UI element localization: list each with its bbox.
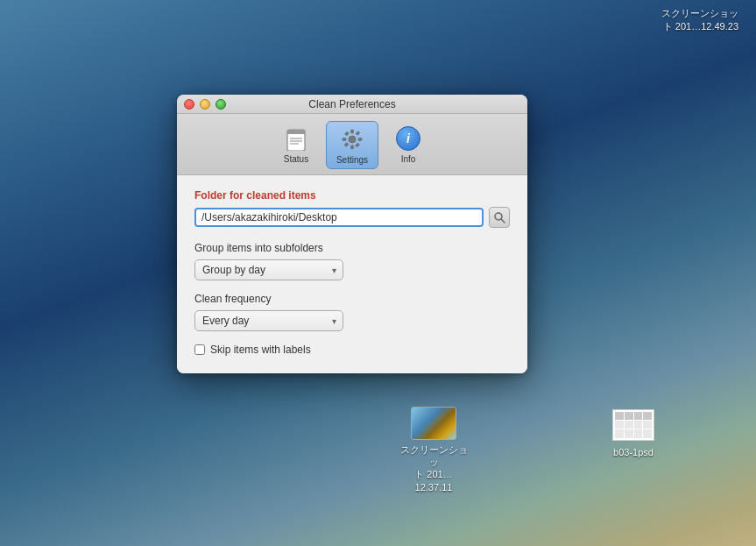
toolbar-item-status[interactable]: Status — [270, 121, 322, 169]
minimize-button[interactable] — [200, 99, 210, 110]
content-area: Folder for cleaned items Group items int… — [177, 175, 527, 373]
svg-rect-10 — [345, 131, 350, 136]
title-bar: Clean Preferences — [177, 95, 527, 114]
svg-rect-8 — [343, 138, 346, 141]
svg-point-5 — [349, 136, 356, 143]
svg-rect-11 — [356, 143, 360, 147]
folder-browse-button[interactable] — [489, 207, 510, 228]
info-icon: i — [394, 124, 422, 152]
status-icon — [282, 124, 310, 152]
toolbar-status-label: Status — [284, 154, 308, 164]
desktop-icon-screenshot[interactable]: スクリーンショッ ト 201…12.37.11 — [399, 407, 469, 493]
skip-labels-checkbox[interactable] — [194, 344, 205, 355]
frequency-select[interactable]: Every day Every week Every month Never — [194, 310, 343, 331]
traffic-lights — [184, 99, 226, 110]
folder-row — [194, 207, 510, 228]
skip-labels-label: Skip items with labels — [210, 344, 311, 356]
svg-rect-12 — [344, 143, 349, 147]
maximize-button[interactable] — [215, 99, 226, 110]
frequency-section-label: Clean frequency — [194, 293, 510, 305]
frequency-select-wrapper: Every day Every week Every month Never — [194, 310, 343, 331]
svg-rect-9 — [358, 138, 362, 141]
toolbar-item-info[interactable]: i Info — [382, 121, 435, 169]
desktop-icon-spreadsheet[interactable]: b03-1psd — [598, 408, 668, 458]
svg-line-15 — [501, 219, 505, 223]
svg-rect-1 — [287, 130, 305, 134]
group-select[interactable]: Group by day Group by week Group by mont… — [194, 259, 343, 280]
toolbar-info-label: Info — [401, 154, 416, 164]
desktop-icon-label-screenshot: スクリーンショッ ト 201…12.37.11 — [399, 443, 469, 493]
toolbar: Status — [177, 114, 527, 175]
skip-labels-row: Skip items with labels — [194, 344, 510, 356]
gear-icon — [338, 125, 366, 153]
svg-rect-13 — [356, 131, 360, 136]
preferences-window: Clean Preferences Status — [177, 95, 527, 373]
svg-rect-7 — [351, 145, 354, 149]
svg-rect-6 — [351, 130, 354, 133]
group-section-label: Group items into subfolders — [194, 242, 510, 254]
group-select-wrapper: Group by day Group by week Group by mont… — [194, 259, 343, 280]
window-title: Clean Preferences — [308, 98, 395, 110]
desktop: スクリーンショッ ト 201…12.49.23 スクリーンショッ ト 201…1… — [0, 0, 756, 546]
folder-input[interactable] — [194, 208, 484, 227]
close-button[interactable] — [184, 99, 194, 110]
desktop-screenshot-label-top: スクリーンショッ ト 201…12.49.23 — [661, 7, 738, 34]
toolbar-settings-label: Settings — [336, 155, 368, 165]
toolbar-item-settings[interactable]: Settings — [326, 121, 378, 169]
desktop-icon-label-spreadsheet: b03-1psd — [613, 446, 654, 458]
folder-section-label: Folder for cleaned items — [194, 189, 510, 202]
